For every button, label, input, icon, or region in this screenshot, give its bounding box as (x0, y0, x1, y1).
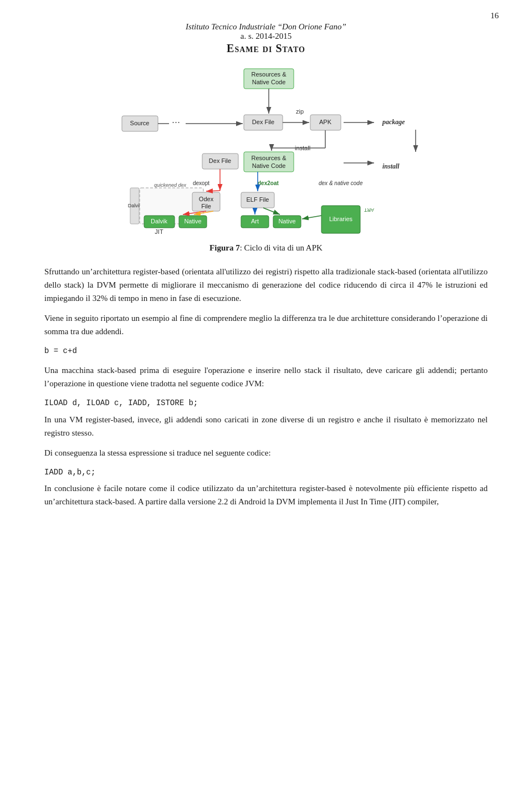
paragraph-2: Viene in seguito riportato un esempio al… (44, 311, 488, 338)
elf-file-text: ELF File (247, 196, 269, 203)
resources-native2-text1: Resources & (252, 155, 287, 161)
body-text: Sfruttando un’architettura register-base… (44, 265, 488, 508)
paragraph-6: In conclusione è facile notare come il c… (44, 482, 488, 508)
zip-label: zip (296, 108, 304, 115)
arrow-dex-to-odex (206, 191, 220, 191)
arrow-lib-to-native2 (302, 216, 321, 219)
dots: ··· (172, 116, 180, 127)
diagram-container: Resources & Native Code Source ··· Dex F… (44, 66, 488, 238)
odex-file-text2: File (201, 203, 211, 210)
resources-native2-text2: Native Code (252, 162, 286, 169)
figure-caption-bold: Figura 7 (209, 243, 240, 252)
dex2oat-label: dex2oat (258, 180, 279, 186)
resources-native-top-text2: Native Code (252, 79, 286, 85)
code-line-1: ILOAD d, ILOAD c, IADD, ISTORE b; (44, 397, 488, 409)
dexopt-label: dexopt (193, 180, 209, 186)
quickened-dex-label: quickened dex (154, 182, 187, 188)
dex-file-top-text: Dex File (252, 119, 274, 125)
art-green-text: Art (251, 218, 259, 224)
code-line-2: IADD a,b,c; (44, 466, 488, 478)
figure-caption: Figura 7: Ciclo di vita di un APK (44, 243, 488, 253)
arrow-elf-to-native2 (263, 208, 280, 214)
jit-label: JIT (155, 228, 163, 235)
diagram-svg: Resources & Native Code Source ··· Dex F… (72, 66, 460, 238)
apk-text: APK (319, 119, 332, 125)
libraries-text: Libraries (329, 216, 353, 222)
native2-green-text: Native (278, 218, 295, 224)
figure-caption-text: : Ciclo di vita di un APK (240, 243, 323, 252)
resources-native-top-text1: Resources & (252, 71, 287, 78)
package-label: package (382, 118, 405, 126)
install-italic: install (382, 162, 400, 170)
paragraph-1: Sfruttando un’architettura register-base… (44, 265, 488, 305)
page: 16 Istituto Tecnico Industriale “Don Ori… (0, 0, 532, 548)
odex-file-text1: Odex (199, 196, 214, 202)
paragraph-5: Di conseguenza la stessa espressione si … (44, 446, 488, 459)
dex-file2-text: Dex File (209, 157, 231, 164)
source-text: Source (130, 120, 150, 126)
paragraph-4: In una VM register-based, invece, gli ad… (44, 413, 488, 440)
dalvik-green-text: Dalvik (151, 218, 167, 224)
academic-year: a. s. 2014-2015 (44, 32, 488, 41)
b-eq: b = c+d (44, 345, 488, 357)
page-number: 16 (490, 11, 499, 21)
paragraph-3: Una macchina stack-based prima di esegui… (44, 364, 488, 390)
page-header: Istituto Tecnico Industriale “Don Orione… (44, 22, 488, 55)
native1-green-text: Native (184, 218, 201, 224)
art-vertical-label: ART (364, 207, 374, 213)
institute-name: Istituto Tecnico Industriale “Don Orione… (44, 22, 488, 32)
apk-lifecycle-diagram: Resources & Native Code Source ··· Dex F… (72, 66, 460, 238)
exam-title: Esame di Stato (44, 42, 488, 55)
dex-native-code-label: dex & native code (319, 180, 363, 186)
